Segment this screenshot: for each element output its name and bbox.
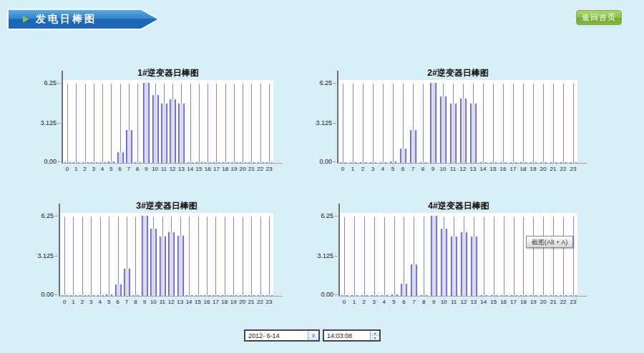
y-tick-label: 3.125 <box>308 119 336 126</box>
x-tick-label: 23 <box>567 166 580 172</box>
x-tick-label: 23 <box>263 166 275 172</box>
gridline <box>216 84 217 163</box>
gridline <box>494 217 494 296</box>
gridline <box>109 217 109 296</box>
gridline <box>553 84 554 163</box>
bar-hour-7 <box>126 130 132 163</box>
gridline <box>198 217 199 296</box>
gridline <box>424 217 424 296</box>
chart-inverter-4: 4#逆变器日棒图6.253.1250.000123456789101112131… <box>310 200 592 314</box>
datetime-controls: 2012- 6-14 ∨ 14:03:08 ▲ ▼ <box>244 329 381 342</box>
bar-hour-6 <box>401 284 407 296</box>
gridline <box>423 84 424 163</box>
bar-hour-9 <box>143 83 150 163</box>
gridline <box>215 217 216 296</box>
gridline <box>225 217 225 296</box>
gridline <box>260 217 261 296</box>
gridline <box>208 84 208 163</box>
bar-hour-13 <box>178 104 185 163</box>
gridline <box>344 217 345 296</box>
gridline <box>483 84 484 163</box>
gridline <box>260 84 261 163</box>
bar-hour-11 <box>450 104 457 163</box>
bar-hour-11 <box>451 237 457 296</box>
y-tick-label: 0.00 <box>310 291 337 298</box>
bar-hour-13 <box>471 237 477 296</box>
gridline <box>523 84 524 163</box>
bar-hour-7 <box>411 264 417 296</box>
spinner-up-icon[interactable]: ▲ <box>371 331 379 336</box>
gridline <box>383 84 384 163</box>
gridline <box>243 217 243 296</box>
page-title: 发电日棒图 <box>36 13 97 26</box>
bar-hour-6 <box>400 149 406 163</box>
gridline <box>135 217 136 296</box>
screenshot-hotkey-tooltip: 截图(Alt + A) <box>526 236 573 248</box>
gridline <box>394 217 395 296</box>
gridline <box>363 84 364 163</box>
x-axis-line <box>338 296 587 297</box>
y-tick-label: 0.00 <box>33 158 60 165</box>
gridline <box>563 84 564 163</box>
y-tick-label: 6.25 <box>30 212 57 219</box>
gridline <box>233 217 234 296</box>
y-tick-label: 6.25 <box>308 79 336 86</box>
gridline <box>251 84 252 163</box>
gridline <box>82 217 83 296</box>
gridline <box>207 217 208 296</box>
gridline <box>269 217 270 296</box>
spinner-down-icon[interactable]: ▼ <box>371 336 379 340</box>
y-axis-line <box>337 71 338 163</box>
x-tick-label: 23 <box>263 299 275 305</box>
bar-hour-7 <box>124 269 130 296</box>
bar-hour-9 <box>431 216 437 296</box>
gridline <box>225 84 226 163</box>
gridline <box>199 84 200 163</box>
chart-inverter-3: 3#逆变器日棒图6.253.1250.000123456789101112131… <box>30 200 288 314</box>
chevron-down-icon[interactable]: ∨ <box>308 331 318 340</box>
y-tick-label: 3.125 <box>30 252 57 259</box>
back-home-button[interactable]: 返回首页 <box>576 10 622 25</box>
y-tick-label: 0.00 <box>30 291 57 298</box>
gridline <box>102 84 103 163</box>
date-select-value: 2012- 6-14 <box>245 331 308 340</box>
gridline <box>243 84 243 163</box>
chart-inverter-2: 2#逆变器日棒图6.253.1250.000123456789101112131… <box>308 67 592 182</box>
gridline <box>85 84 86 163</box>
gridline <box>514 217 514 296</box>
gridline <box>251 217 252 296</box>
gridline <box>374 217 375 296</box>
gridline <box>533 217 534 296</box>
plot-area <box>63 80 273 163</box>
bar-hour-11 <box>161 104 167 163</box>
chart-title: 2#逆变器日棒图 <box>338 67 577 79</box>
header-banner: 发电日棒图 <box>7 9 159 30</box>
date-select[interactable]: 2012- 6-14 ∨ <box>244 329 320 342</box>
gridline <box>137 84 138 163</box>
gridline <box>393 84 394 163</box>
gridline <box>189 217 190 296</box>
time-input[interactable]: 14:03:08 ▲ ▼ <box>323 329 381 342</box>
time-input-value: 14:03:08 <box>324 331 370 340</box>
bar-hour-10 <box>150 229 157 296</box>
gridline <box>343 84 343 163</box>
gridline <box>234 84 235 163</box>
gridline <box>94 84 94 163</box>
y-axis-line <box>59 204 60 296</box>
x-tick-label: 23 <box>567 299 580 305</box>
y-tick-label: 0.00 <box>308 158 336 165</box>
bar-hour-11 <box>160 237 166 296</box>
chart-title: 3#逆变器日棒图 <box>60 200 273 212</box>
time-spinner: ▲ ▼ <box>370 331 379 340</box>
bar-hour-9 <box>430 83 436 163</box>
plot-area <box>338 80 577 163</box>
bar-hour-12 <box>460 99 467 163</box>
chart-title: 4#逆变器日棒图 <box>340 200 577 212</box>
bar-hour-10 <box>152 95 159 163</box>
gridline <box>523 217 524 296</box>
gridline <box>484 217 484 296</box>
gridline <box>91 217 92 296</box>
bar-hour-6 <box>115 284 122 296</box>
y-axis-line <box>62 71 63 163</box>
x-axis-line <box>337 163 587 164</box>
